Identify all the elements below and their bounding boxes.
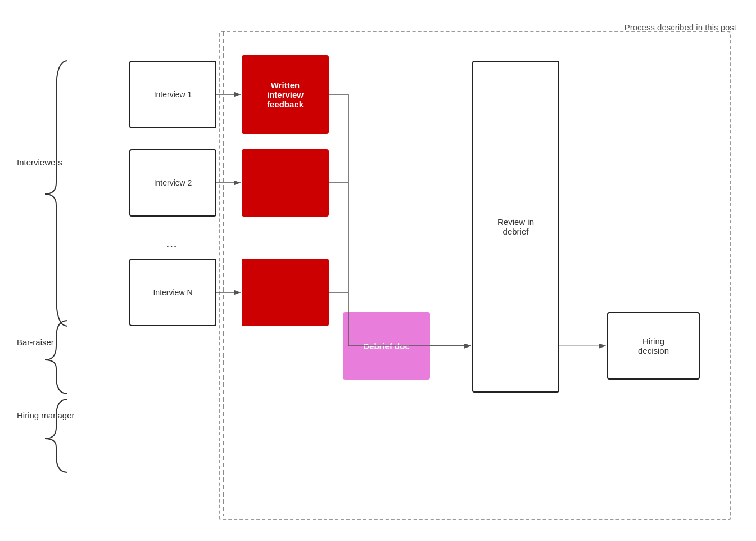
dots-label: ...	[166, 235, 177, 251]
hiring-decision-box: Hiring decision	[607, 312, 700, 380]
interview-1-box: Interview 1	[129, 61, 216, 128]
interview-n-box: Interview N	[129, 259, 216, 326]
interviewers-label: Interviewers	[17, 157, 62, 167]
review-box: Review in debrief	[472, 61, 559, 393]
hiring-manager-label: Hiring manager	[17, 411, 75, 420]
bar-raiser-label: Bar-raiser	[17, 337, 54, 347]
feedback-box-2	[242, 149, 329, 217]
process-label: Process described in this post	[624, 22, 736, 32]
interview-2-box: Interview 2	[129, 149, 216, 217]
debrief-box: Debrief doc	[343, 312, 430, 380]
feedback-box-3	[242, 259, 329, 326]
feedback-box-1: Written interview feedback	[242, 55, 329, 134]
